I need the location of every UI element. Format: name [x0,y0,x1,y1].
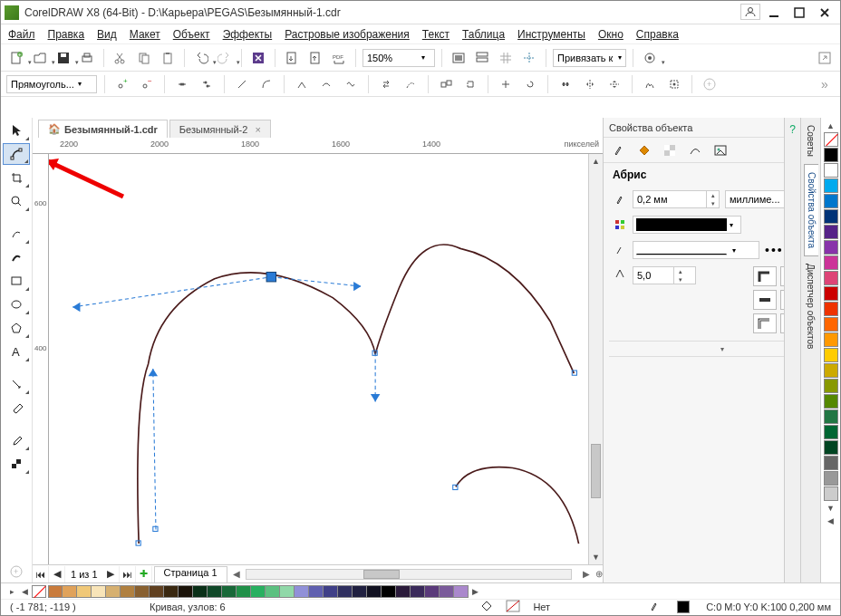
reflect-h-icon[interactable] [580,74,600,94]
eyedropper-tool[interactable] [3,429,30,451]
options-icon[interactable]: ▾ [640,48,660,68]
help-icon[interactable]: ? [789,123,796,136]
palette-h-right-icon[interactable]: ▶ [472,587,478,596]
docker-tab-object-manager[interactable]: Диспетчер объектов [804,256,817,356]
align-nodes-icon[interactable] [556,74,575,94]
launch-icon[interactable] [815,48,835,68]
scroll-menu-icon[interactable]: ⊕ [595,569,603,579]
curve-tab-icon[interactable] [685,140,705,160]
symmetric-node-icon[interactable] [341,74,361,94]
open-icon[interactable]: ▾ [30,48,50,68]
first-page-button[interactable]: ⏮ [33,566,49,582]
add-page-button[interactable]: ✚ [136,566,152,582]
cusp-node-icon[interactable] [292,74,312,94]
scroll-thumb-v[interactable] [591,444,601,498]
color-palette-vertical[interactable]: ▲ [820,118,840,582]
page-tab-1[interactable]: Страница 1 [154,566,227,582]
close-button[interactable] [813,4,836,22]
quick-customize-icon[interactable]: + [3,561,30,582]
delete-node-icon[interactable]: − [137,74,157,94]
publish-pdf-icon[interactable]: PDF [329,48,349,68]
menu-window[interactable]: Окно [598,28,624,41]
crop-tool[interactable] [3,167,30,188]
reduce-nodes-icon[interactable]: + [700,74,720,94]
transparency-tab-icon[interactable] [660,140,680,160]
palette-h-expand-icon[interactable]: ▸ [10,587,14,596]
show-grid-icon[interactable] [496,48,516,68]
menu-tools[interactable]: Инструменты [517,28,585,41]
rotate-nodes-icon[interactable] [520,74,540,94]
outline-tab-icon[interactable] [609,140,629,160]
corner-miter[interactable] [753,266,777,286]
smooth-node-icon[interactable] [316,74,336,94]
scroll-up-icon[interactable]: ▲ [589,154,603,168]
break-nodes-icon[interactable] [197,74,217,94]
stretch-nodes-icon[interactable] [496,74,516,94]
document-tab-2[interactable]: Безымянный-2 × [169,120,271,138]
no-color-swatch-h[interactable] [32,585,46,598]
artistic-media-tool[interactable] [3,246,30,268]
palette-up-icon[interactable]: ▲ [826,121,835,130]
zoom-input[interactable] [367,50,418,66]
undo-icon[interactable]: ▾ [191,48,211,68]
import-icon[interactable] [282,48,302,68]
outline-units-combo[interactable]: миллиме... ▾ [725,190,792,208]
ellipse-tool[interactable] [3,294,30,315]
search-content-icon[interactable] [248,48,268,68]
drop-shadow-tool[interactable] [3,373,30,395]
menu-file[interactable]: Файл [8,28,35,41]
docker-tab-properties[interactable]: Свойства объекта [804,164,818,256]
menu-table[interactable]: Таблица [462,28,505,41]
color-palette-horizontal[interactable]: ▸ ◀ [1,583,840,600]
paste-icon[interactable] [158,48,178,68]
shape-tool[interactable] [3,143,30,165]
export-icon[interactable] [305,48,325,68]
menu-text[interactable]: Текст [422,28,450,41]
print-icon[interactable] [77,48,97,68]
palette-down-icon[interactable]: ▼ [826,504,835,513]
outline-width-input[interactable]: ▴▾ [633,190,720,208]
show-rulers-icon[interactable] [472,48,492,68]
transparency-tool[interactable] [3,397,30,419]
account-button[interactable] [740,4,760,20]
no-color-swatch[interactable] [824,132,838,147]
snap-combo[interactable]: Привязать к▾ [553,49,626,67]
menu-object[interactable]: Объект [173,28,210,41]
close-tab-icon[interactable]: × [255,124,260,135]
menu-view[interactable]: Вид [97,28,117,41]
next-page-button[interactable]: ▶ [103,566,120,582]
scroll-right-icon[interactable]: ▶ [583,569,590,579]
scroll-left-icon[interactable]: ◀ [233,569,240,579]
document-tab-1[interactable]: 🏠 Безымянный-1.cdr [38,120,168,138]
extract-subpath-icon[interactable] [436,74,456,94]
select-all-nodes-icon[interactable] [664,74,684,94]
to-line-icon[interactable] [232,74,252,94]
outline-pen-icon[interactable] [648,600,661,614]
new-icon[interactable]: +▾ [6,48,26,68]
reverse-direction-icon[interactable] [376,74,396,94]
pick-tool[interactable] [3,120,30,141]
maximize-button[interactable] [788,4,811,22]
scrollbar-vertical[interactable]: ▲ ▼ [588,154,603,564]
polygon-tool[interactable] [3,317,30,339]
palette-flyout-icon[interactable]: ◀ [827,516,834,525]
join-nodes-icon[interactable] [172,74,192,94]
outline-color-picker[interactable]: ▾ [633,216,741,234]
show-guidelines-icon[interactable] [519,48,539,68]
fill-swatch-icon[interactable] [480,600,493,614]
canvas[interactable] [49,154,588,564]
interactive-fill-tool[interactable] [3,453,30,475]
copy-icon[interactable] [134,48,154,68]
bitmap-tab-icon[interactable] [710,140,730,160]
prev-page-button[interactable]: ◀ [49,566,65,582]
menu-edit[interactable]: Правка [48,28,85,41]
zoom-tool[interactable] [3,190,30,212]
palette-h-left-icon[interactable]: ◀ [22,587,28,596]
scroll-thumb-h[interactable] [363,570,400,579]
to-curve-icon[interactable] [256,74,276,94]
overflow-icon[interactable]: » [815,74,835,94]
freehand-tool[interactable] [3,223,30,245]
scroll-down-icon[interactable]: ▼ [589,550,603,564]
reflect-v-icon[interactable] [604,74,624,94]
redo-icon[interactable]: ▾ [215,48,235,68]
